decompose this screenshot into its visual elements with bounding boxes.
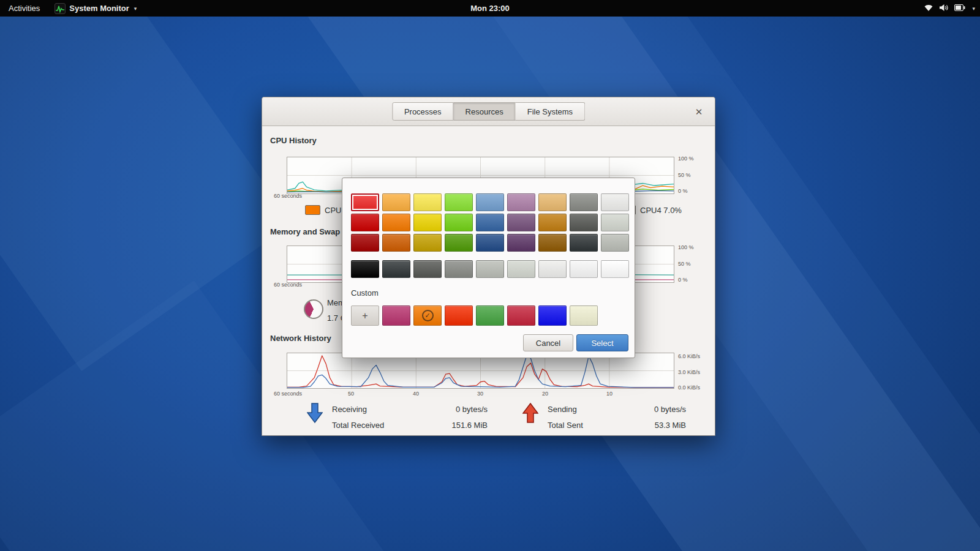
sending-arrow-icon	[522, 403, 538, 425]
gray-swatch-#eeeeec[interactable]	[538, 260, 567, 278]
tab-processes[interactable]: Processes	[392, 102, 454, 121]
cpu-ytick: 100 %	[678, 156, 694, 162]
chevron-down-icon: ▾	[972, 6, 975, 12]
gray-palette-row	[351, 260, 629, 278]
custom-swatch-#b8336e[interactable]	[382, 305, 410, 326]
gray-swatch-#888a85[interactable]	[445, 260, 473, 278]
palette-swatch-#ce5c00[interactable]	[382, 234, 410, 252]
gray-swatch-#babdb6[interactable]	[476, 260, 504, 278]
network-xtick: 60 seconds	[274, 391, 302, 397]
total-received-value: 151.6 MiB	[409, 421, 488, 430]
color-palette-grid	[351, 193, 629, 252]
custom-swatch-#f0f0d2[interactable]	[570, 305, 598, 326]
custom-swatch-#c4233b[interactable]	[507, 305, 535, 326]
sending-label: Sending	[548, 405, 577, 414]
palette-swatch-#888a85[interactable]	[570, 193, 598, 211]
network-ytick: 6.0 KiB/s	[678, 353, 700, 359]
color-picker-dialog: Custom +✓ Cancel Select	[342, 178, 635, 358]
custom-swatch-#0d0df0[interactable]	[538, 305, 567, 326]
app-menu-label: System Monitor	[69, 4, 129, 13]
top-bar: Activities System Monitor ▾ Mon 23:00 ▾	[0, 0, 980, 17]
chevron-down-icon: ▾	[134, 6, 137, 12]
network-xtick: 30	[477, 391, 483, 397]
palette-swatch-#d3d7cf[interactable]	[601, 214, 629, 231]
memory-xlabel: 60 seconds	[274, 282, 302, 288]
tab-file-systems[interactable]: File Systems	[516, 102, 585, 121]
memory-ytick: 50 %	[678, 261, 691, 267]
palette-swatch-#f57900[interactable]	[382, 214, 410, 231]
custom-color-row: +✓	[351, 305, 629, 326]
activities-button[interactable]: Activities	[0, 0, 48, 17]
palette-swatch-#8f5902[interactable]	[538, 234, 567, 252]
network-xtick: 20	[542, 391, 548, 397]
add-custom-color-button[interactable]: +	[351, 305, 379, 326]
palette-swatch-#babdb6[interactable]	[601, 234, 629, 252]
gray-swatch-#ffffff[interactable]	[601, 260, 629, 278]
palette-swatch-#fcaf3e[interactable]	[382, 193, 410, 211]
cpu-history-title: CPU History	[270, 136, 317, 145]
palette-swatch-#cc0000[interactable]	[351, 214, 379, 231]
wifi-icon	[924, 4, 933, 13]
close-button[interactable]: ✕	[692, 105, 706, 119]
memory-ytick: 0 %	[678, 277, 688, 283]
palette-swatch-#729fcf[interactable]	[476, 193, 504, 211]
palette-swatch-#c4a000[interactable]	[413, 234, 442, 252]
network-history-title: Network History	[270, 334, 331, 343]
sending-value: 0 bytes/s	[608, 405, 686, 414]
system-tray[interactable]: ▾	[924, 0, 975, 17]
network-ytick: 0.0 KiB/s	[678, 384, 700, 391]
palette-swatch-#555753[interactable]	[570, 214, 598, 231]
cpu-ytick: 50 %	[678, 172, 691, 178]
app-menu-button[interactable]: System Monitor ▾	[48, 0, 143, 17]
battery-icon	[954, 4, 965, 13]
view-switcher: ProcessesResourcesFile Systems	[392, 102, 585, 121]
select-button[interactable]: Select	[576, 334, 628, 351]
palette-swatch-#ad7fa8[interactable]	[507, 193, 535, 211]
volume-icon	[939, 4, 949, 13]
cpu1-color-swatch[interactable]	[305, 205, 320, 215]
network-xtick: 50	[348, 391, 354, 397]
palette-swatch-#4e9a06[interactable]	[445, 234, 473, 252]
palette-swatch-#a40000[interactable]	[351, 234, 379, 252]
gray-swatch-#f7f7f7[interactable]	[570, 260, 598, 278]
memory-pie-chart	[304, 299, 323, 319]
gray-swatch-#d3d7cf[interactable]	[507, 260, 535, 278]
custom-section-label: Custom	[351, 288, 379, 298]
palette-swatch-#3465a4[interactable]	[476, 214, 504, 231]
memory-ytick: 100 %	[678, 244, 694, 250]
memory-swap-title: Memory and Swap	[270, 227, 340, 236]
system-monitor-icon	[55, 3, 66, 14]
total-sent-value: 53.3 MiB	[608, 421, 686, 430]
palette-swatch-#c17d11[interactable]	[538, 214, 567, 231]
cpu-xlabel: 60 seconds	[274, 193, 302, 199]
palette-swatch-#fce94f[interactable]	[413, 193, 442, 211]
palette-swatch-#eeeeec[interactable]	[601, 193, 629, 211]
network-xtick: 10	[606, 391, 612, 397]
custom-swatch-#44a340[interactable]	[476, 305, 504, 326]
palette-swatch-#204a87[interactable]	[476, 234, 504, 252]
tab-resources[interactable]: Resources	[454, 102, 516, 121]
palette-swatch-#5c3566[interactable]	[507, 234, 535, 252]
gray-swatch-#000000[interactable]	[351, 260, 379, 278]
custom-swatch-#f57900[interactable]: ✓	[413, 305, 442, 326]
palette-swatch-#73d216[interactable]	[445, 214, 473, 231]
palette-swatch-#edd400[interactable]	[413, 214, 442, 231]
gray-swatch-#555753[interactable]	[413, 260, 442, 278]
palette-swatch-#e9b96e[interactable]	[538, 193, 567, 211]
clock[interactable]: Mon 23:00	[470, 4, 510, 13]
palette-swatch-#2e3436[interactable]	[570, 234, 598, 252]
palette-swatch-#75507b[interactable]	[507, 214, 535, 231]
receiving-label: Receiving	[332, 405, 367, 414]
header-bar: ProcessesResourcesFile Systems ✕	[262, 97, 715, 126]
network-xtick: 40	[413, 391, 419, 397]
cancel-button[interactable]: Cancel	[523, 334, 573, 351]
custom-swatch-#f42c00[interactable]	[445, 305, 473, 326]
gray-swatch-#2e3436[interactable]	[382, 260, 410, 278]
network-ytick: 3.0 KiB/s	[678, 369, 700, 375]
palette-swatch-#ef2929[interactable]	[351, 193, 379, 211]
total-received-label: Total Received	[332, 421, 384, 430]
receiving-value: 0 bytes/s	[409, 405, 488, 414]
selected-check-icon: ✓	[414, 306, 441, 325]
palette-swatch-#8ae234[interactable]	[445, 193, 473, 211]
receiving-arrow-icon	[307, 403, 323, 425]
